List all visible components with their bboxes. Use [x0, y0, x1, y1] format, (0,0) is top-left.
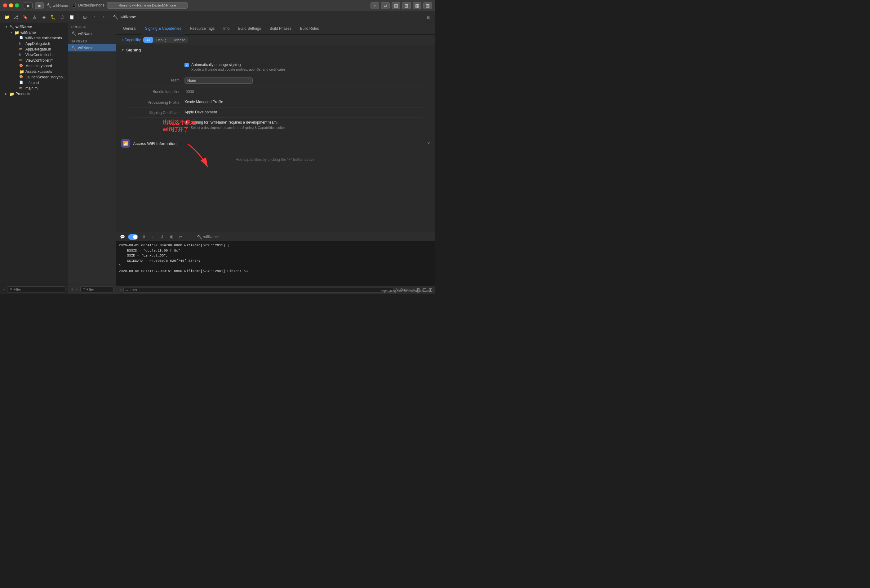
tab-signing[interactable]: Signing & Capabilities: [142, 23, 185, 34]
bookmark-icon[interactable]: 🔖: [21, 13, 29, 21]
tab-info[interactable]: Info: [219, 23, 233, 34]
project-nav-icon: 🔨: [71, 31, 76, 36]
list-item[interactable]: m AppDelegate.m: [0, 46, 68, 52]
maximize-window-button[interactable]: [15, 3, 19, 7]
list-item[interactable]: h AppDelegate.h: [0, 41, 68, 46]
layout-3-button[interactable]: ▦: [413, 2, 422, 9]
section-toggle-arrow[interactable]: ▼: [121, 48, 124, 52]
target-nav-icon: 🔨: [71, 46, 76, 50]
warning-icon[interactable]: ⚠: [30, 13, 39, 21]
add-target-button[interactable]: +: [71, 287, 73, 292]
console-share-button[interactable]: ✂: [177, 233, 185, 241]
signing-content: ▼ Signing ✓ Automatically manage signing…: [116, 45, 435, 232]
console-view-button[interactable]: ⊞: [168, 233, 175, 241]
console-location-button[interactable]: →: [186, 233, 194, 241]
console-toggle[interactable]: [128, 234, 138, 240]
run-button[interactable]: ▶: [24, 2, 33, 9]
navigator-target-item[interactable]: 🔨 wifiName: [68, 44, 116, 51]
url-label: https://blog.csdn.net/baidu_40537062: [381, 290, 432, 293]
products-label: Products: [15, 92, 30, 96]
tree-item-label: LaunchScreen.storyboard: [25, 75, 68, 79]
breadcrumb-project[interactable]: 🔨 wifiName: [46, 3, 68, 8]
app-icon: 🔨: [197, 235, 202, 239]
console-step-into-button[interactable]: ⇩: [158, 233, 166, 241]
tree-item-label: main.m: [25, 86, 37, 91]
report-icon[interactable]: 📋: [68, 13, 76, 21]
layout-1-button[interactable]: ▤: [392, 2, 400, 9]
bundle-id-field[interactable]: -0000: [185, 89, 194, 95]
breakpoint-icon[interactable]: ⬡: [58, 13, 66, 21]
list-item[interactable]: 📄 Info.plist: [0, 80, 68, 86]
seg-debug-button[interactable]: Debug: [153, 37, 169, 43]
add-file-button[interactable]: +: [3, 287, 5, 292]
tab-build-settings[interactable]: Build Settings: [234, 23, 264, 34]
filter-bar[interactable]: ⊕ Filter: [7, 286, 66, 293]
console-output[interactable]: 2020-08-05 08:41:07.089798+0800 wifiName…: [116, 242, 435, 285]
console-clear-button[interactable]: +: [119, 287, 122, 293]
stop-button[interactable]: ■: [35, 2, 44, 9]
auto-manage-text: Automatically manage signing Xcode will …: [191, 62, 286, 71]
console-message-button[interactable]: 💬: [119, 233, 126, 241]
nav-forward-icon[interactable]: ›: [100, 13, 107, 21]
console-step-over-button[interactable]: ↓: [149, 233, 156, 241]
project-navigator: PROJECT 🔨 wifiName TARGETS 🔨 wifiName + …: [68, 23, 116, 294]
console-app-name: 🔨 wifiName: [197, 235, 219, 239]
h-file-icon: h: [19, 53, 24, 57]
current-file-label: wifiName: [121, 15, 136, 19]
tree-root[interactable]: ▼ 🔨 wifiName: [0, 24, 68, 30]
assets-icon: 📁: [19, 70, 24, 74]
console-line-6: 2020-08-05 08:41:07.090151+0800 wifiName…: [119, 269, 432, 274]
nav-filter[interactable]: ⊕ Filter: [80, 286, 113, 293]
auto-manage-checkbox[interactable]: ✓: [185, 63, 189, 67]
error-icon: !: [185, 120, 189, 125]
test-icon[interactable]: ◈: [40, 13, 48, 21]
signing-section-header: ▼ Signing: [116, 45, 435, 55]
grid-icon[interactable]: ⊞: [81, 13, 89, 21]
minimize-window-button[interactable]: [9, 3, 13, 7]
team-dropdown[interactable]: None ⌃: [185, 77, 253, 84]
seg-release-button[interactable]: Release: [170, 37, 188, 43]
breadcrumb-device[interactable]: 📱 Dexter的iPhone: [72, 3, 104, 8]
folder-icon[interactable]: 📁: [3, 13, 10, 21]
tab-build-phases[interactable]: Build Phases: [266, 23, 295, 34]
nav-back-icon[interactable]: ‹: [90, 13, 98, 21]
content-wrapper: General Signing & Capabilities Resource …: [116, 23, 435, 294]
add-capability-button[interactable]: + Capability: [121, 38, 141, 42]
list-item[interactable]: ▶ 📁 Products: [0, 91, 68, 97]
tab-resource-tags[interactable]: Resource Tags: [186, 23, 218, 34]
plus-button[interactable]: +: [371, 2, 379, 9]
list-item[interactable]: 🎨 LaunchScreen.storyboard: [0, 74, 68, 80]
tree-item-label: ViewController.h: [25, 53, 52, 57]
list-item[interactable]: 🎨 Main.storyboard: [0, 63, 68, 69]
inspector-button[interactable]: ▧: [423, 2, 432, 9]
close-window-button[interactable]: [3, 3, 7, 7]
list-item[interactable]: 📁 Assets.xcassets: [0, 69, 68, 74]
app-name-label: wifiName: [203, 235, 219, 239]
console-filter[interactable]: ⊕ Filter: [124, 287, 393, 293]
products-folder-icon: 📁: [9, 92, 14, 96]
status-label: Status: [129, 120, 185, 125]
arrows-button[interactable]: ⇄: [381, 2, 390, 9]
tree-item-label: Main.storyboard: [25, 64, 52, 68]
tab-general[interactable]: General: [119, 23, 140, 34]
inspector-toggle[interactable]: ▧: [425, 13, 432, 21]
list-item[interactable]: ▼ 📁 wifiName: [0, 30, 68, 35]
list-item[interactable]: h ViewController.h: [0, 52, 68, 58]
debug-icon[interactable]: 🐛: [49, 13, 57, 21]
console-pause-button[interactable]: ⏸: [140, 233, 147, 241]
navigator-project-item[interactable]: 🔨 wifiName: [68, 30, 116, 37]
capability-close-button[interactable]: ×: [427, 141, 430, 146]
sidebar-footer: + ⊕ Filter: [0, 284, 68, 294]
tab-build-rules[interactable]: Build Rules: [296, 23, 323, 34]
auto-manage-desc: Xcode will create and update profiles, a…: [191, 68, 286, 71]
layout-2-button[interactable]: ▥: [402, 2, 411, 9]
divider-2: [110, 14, 110, 20]
list-item[interactable]: m main.m: [0, 86, 68, 91]
seg-all-button[interactable]: All: [143, 37, 153, 43]
storyboard-icon: 🎨: [19, 64, 24, 68]
remove-target-button[interactable]: −: [75, 287, 78, 292]
list-item[interactable]: 📄 wifiName.entitlements: [0, 35, 68, 41]
tree-item-label: wifiName.entitlements: [25, 36, 62, 40]
list-item[interactable]: m ViewController.m: [0, 58, 68, 63]
source-control-icon[interactable]: ⎇: [12, 13, 20, 21]
